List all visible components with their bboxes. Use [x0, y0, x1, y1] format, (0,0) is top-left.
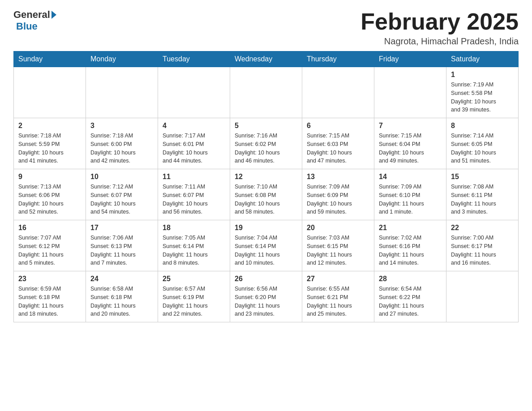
col-saturday: Saturday [446, 51, 519, 67]
col-thursday: Thursday [302, 51, 374, 67]
day-info: Sunrise: 7:02 AMSunset: 6:16 PMDaylight:… [379, 234, 442, 267]
calendar-table: Sunday Monday Tuesday Wednesday Thursday… [13, 51, 519, 322]
day-info: Sunrise: 6:55 AMSunset: 6:21 PMDaylight:… [307, 285, 369, 318]
calendar-cell-w5-d2: 24Sunrise: 6:58 AMSunset: 6:18 PMDayligh… [86, 271, 158, 322]
calendar-week-2: 2Sunrise: 7:18 AMSunset: 5:59 PMDaylight… [14, 118, 519, 169]
calendar-cell-w3-d5: 13Sunrise: 7:09 AMSunset: 6:09 PMDayligh… [302, 169, 374, 220]
day-info: Sunrise: 7:16 AMSunset: 6:02 PMDaylight:… [235, 132, 297, 165]
calendar-cell-w2-d2: 3Sunrise: 7:18 AMSunset: 6:00 PMDaylight… [86, 118, 158, 169]
logo-general-text: General [13, 9, 50, 21]
day-info: Sunrise: 7:06 AMSunset: 6:13 PMDaylight:… [90, 234, 153, 267]
day-info: Sunrise: 6:59 AMSunset: 6:18 PMDaylight:… [18, 285, 81, 318]
calendar-cell-w3-d7: 15Sunrise: 7:08 AMSunset: 6:11 PMDayligh… [446, 169, 519, 220]
day-number: 18 [163, 224, 225, 232]
day-number: 11 [163, 173, 225, 181]
day-number: 6 [307, 122, 369, 130]
col-sunday: Sunday [14, 51, 86, 67]
calendar-cell-w5-d3: 25Sunrise: 6:57 AMSunset: 6:19 PMDayligh… [158, 271, 230, 322]
day-info: Sunrise: 7:15 AMSunset: 6:04 PMDaylight:… [379, 132, 442, 165]
calendar-cell-w3-d2: 10Sunrise: 7:12 AMSunset: 6:07 PMDayligh… [86, 169, 158, 220]
day-number: 21 [379, 224, 442, 232]
day-info: Sunrise: 7:09 AMSunset: 6:09 PMDaylight:… [307, 183, 369, 216]
calendar-cell-w2-d5: 6Sunrise: 7:15 AMSunset: 6:03 PMDaylight… [302, 118, 374, 169]
day-number: 16 [18, 224, 81, 232]
logo-blue-text: Blue [16, 21, 38, 32]
calendar-cell-w1-d1 [14, 67, 86, 118]
day-number: 14 [379, 173, 442, 181]
day-info: Sunrise: 7:10 AMSunset: 6:08 PMDaylight:… [235, 183, 297, 216]
day-number: 19 [235, 224, 297, 232]
calendar-cell-w2-d4: 5Sunrise: 7:16 AMSunset: 6:02 PMDaylight… [230, 118, 302, 169]
day-number: 7 [379, 122, 442, 130]
calendar-cell-w5-d6: 28Sunrise: 6:54 AMSunset: 6:22 PMDayligh… [374, 271, 446, 322]
calendar-cell-w4-d1: 16Sunrise: 7:07 AMSunset: 6:12 PMDayligh… [14, 220, 86, 271]
calendar-cell-w1-d7: 1Sunrise: 7:19 AMSunset: 5:58 PMDaylight… [446, 67, 519, 118]
day-info: Sunrise: 6:54 AMSunset: 6:22 PMDaylight:… [379, 285, 442, 318]
calendar-cell-w1-d4 [230, 67, 302, 118]
calendar-cell-w4-d5: 20Sunrise: 7:03 AMSunset: 6:15 PMDayligh… [302, 220, 374, 271]
location-subtitle: Nagrota, Himachal Pradesh, India [360, 36, 519, 47]
day-info: Sunrise: 7:13 AMSunset: 6:06 PMDaylight:… [18, 183, 81, 216]
calendar-cell-w5-d1: 23Sunrise: 6:59 AMSunset: 6:18 PMDayligh… [14, 271, 86, 322]
day-number: 10 [90, 173, 153, 181]
calendar-cell-w4-d6: 21Sunrise: 7:02 AMSunset: 6:16 PMDayligh… [374, 220, 446, 271]
calendar-week-4: 16Sunrise: 7:07 AMSunset: 6:12 PMDayligh… [14, 220, 519, 271]
calendar-cell-w4-d2: 17Sunrise: 7:06 AMSunset: 6:13 PMDayligh… [86, 220, 158, 271]
day-number: 23 [18, 275, 81, 283]
day-info: Sunrise: 7:00 AMSunset: 6:17 PMDaylight:… [451, 234, 514, 267]
calendar-header: Sunday Monday Tuesday Wednesday Thursday… [14, 51, 519, 67]
calendar-cell-w3-d6: 14Sunrise: 7:09 AMSunset: 6:10 PMDayligh… [374, 169, 446, 220]
calendar-cell-w2-d1: 2Sunrise: 7:18 AMSunset: 5:59 PMDaylight… [14, 118, 86, 169]
col-tuesday: Tuesday [158, 51, 230, 67]
day-number: 2 [18, 122, 81, 130]
day-number: 28 [379, 275, 442, 283]
day-number: 1 [451, 71, 514, 79]
day-info: Sunrise: 7:09 AMSunset: 6:10 PMDaylight:… [379, 183, 442, 216]
calendar-cell-w5-d5: 27Sunrise: 6:55 AMSunset: 6:21 PMDayligh… [302, 271, 374, 322]
logo-arrow-icon [51, 11, 56, 19]
calendar-cell-w5-d4: 26Sunrise: 6:56 AMSunset: 6:20 PMDayligh… [230, 271, 302, 322]
calendar-week-3: 9Sunrise: 7:13 AMSunset: 6:06 PMDaylight… [14, 169, 519, 220]
calendar-week-1: 1Sunrise: 7:19 AMSunset: 5:58 PMDaylight… [14, 67, 519, 118]
calendar-cell-w1-d3 [158, 67, 230, 118]
day-info: Sunrise: 7:15 AMSunset: 6:03 PMDaylight:… [307, 132, 369, 165]
calendar-cell-w1-d5 [302, 67, 374, 118]
day-number: 25 [163, 275, 225, 283]
day-info: Sunrise: 7:11 AMSunset: 6:07 PMDaylight:… [163, 183, 225, 216]
day-number: 4 [163, 122, 225, 130]
day-info: Sunrise: 7:08 AMSunset: 6:11 PMDaylight:… [451, 183, 514, 216]
day-number: 5 [235, 122, 297, 130]
day-number: 27 [307, 275, 369, 283]
col-monday: Monday [86, 51, 158, 67]
day-info: Sunrise: 7:14 AMSunset: 6:05 PMDaylight:… [451, 132, 514, 165]
month-title: February 2025 [360, 9, 519, 34]
col-friday: Friday [374, 51, 446, 67]
title-section: February 2025 Nagrota, Himachal Pradesh,… [360, 9, 519, 47]
day-number: 26 [235, 275, 297, 283]
day-info: Sunrise: 7:18 AMSunset: 5:59 PMDaylight:… [18, 132, 81, 165]
calendar-cell-w2-d6: 7Sunrise: 7:15 AMSunset: 6:04 PMDaylight… [374, 118, 446, 169]
day-info: Sunrise: 7:07 AMSunset: 6:12 PMDaylight:… [18, 234, 81, 267]
day-info: Sunrise: 7:05 AMSunset: 6:14 PMDaylight:… [163, 234, 225, 267]
calendar-week-5: 23Sunrise: 6:59 AMSunset: 6:18 PMDayligh… [14, 271, 519, 322]
day-info: Sunrise: 6:57 AMSunset: 6:19 PMDaylight:… [163, 285, 225, 318]
calendar-cell-w4-d3: 18Sunrise: 7:05 AMSunset: 6:14 PMDayligh… [158, 220, 230, 271]
day-info: Sunrise: 7:12 AMSunset: 6:07 PMDaylight:… [90, 183, 153, 216]
calendar-cell-w5-d7 [446, 271, 519, 322]
calendar-cell-w4-d7: 22Sunrise: 7:00 AMSunset: 6:17 PMDayligh… [446, 220, 519, 271]
calendar-cell-w1-d6 [374, 67, 446, 118]
day-number: 9 [18, 173, 81, 181]
calendar-cell-w4-d4: 19Sunrise: 7:04 AMSunset: 6:14 PMDayligh… [230, 220, 302, 271]
day-info: Sunrise: 6:58 AMSunset: 6:18 PMDaylight:… [90, 285, 153, 318]
day-info: Sunrise: 7:04 AMSunset: 6:14 PMDaylight:… [235, 234, 297, 267]
calendar-cell-w3-d1: 9Sunrise: 7:13 AMSunset: 6:06 PMDaylight… [14, 169, 86, 220]
day-info: Sunrise: 7:19 AMSunset: 5:58 PMDaylight:… [451, 81, 514, 114]
day-info: Sunrise: 6:56 AMSunset: 6:20 PMDaylight:… [235, 285, 297, 318]
day-info: Sunrise: 7:18 AMSunset: 6:00 PMDaylight:… [90, 132, 153, 165]
day-number: 12 [235, 173, 297, 181]
weekday-header-row: Sunday Monday Tuesday Wednesday Thursday… [14, 51, 519, 67]
calendar-cell-w3-d3: 11Sunrise: 7:11 AMSunset: 6:07 PMDayligh… [158, 169, 230, 220]
day-number: 3 [90, 122, 153, 130]
calendar-body: 1Sunrise: 7:19 AMSunset: 5:58 PMDaylight… [14, 67, 519, 322]
day-number: 13 [307, 173, 369, 181]
